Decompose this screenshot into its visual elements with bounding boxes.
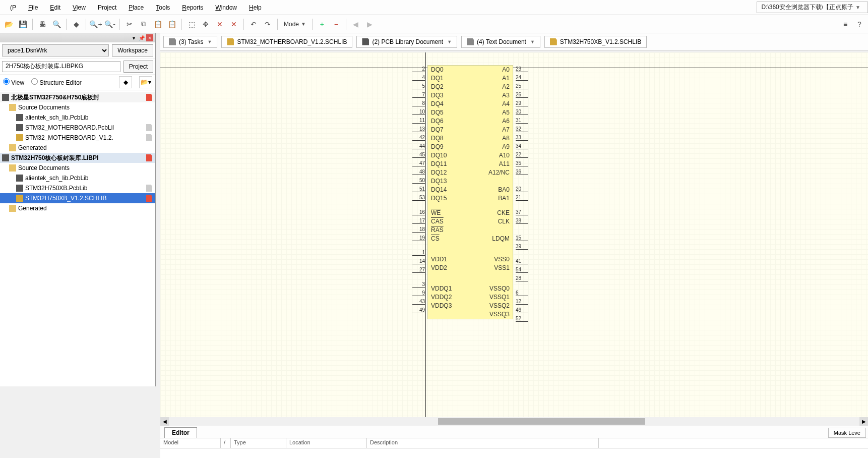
compile-icon[interactable]: ◆ [70,18,83,31]
add-icon[interactable]: + [316,18,329,31]
menu-bar: (P File Edit View Project Place Tools Re… [0,0,868,15]
clear-icon[interactable]: ✕ [227,18,240,31]
help-search-icon[interactable]: ? [853,18,866,31]
workspace-select[interactable]: pace1.DsnWrk [2,44,109,51]
menu-reports[interactable]: Reports [176,4,209,11]
menu-xp[interactable]: (P [4,4,22,11]
projects-panel: ▾ 📌 × pace1.DsnWrk Workspace Project Vie… [0,33,156,50]
menu-file[interactable]: File [22,4,44,11]
nav-fwd-icon[interactable]: ▶ [363,18,377,31]
document-tab[interactable]: STM32_MOTHERBOARD_V1.2.SCHLIB [221,36,352,48]
menu-edit[interactable]: Edit [44,4,67,11]
preview-icon[interactable]: 🔍 [50,18,63,31]
menu-project[interactable]: Project [92,4,122,11]
panel-toggle-icon[interactable]: ≡ [839,18,852,31]
remove-icon[interactable]: − [330,18,343,31]
sch-icon [227,38,234,45]
print-icon[interactable]: 🖶 [36,18,49,31]
document-tab[interactable]: STM32H750XB_V1.2.SCHLIB [544,36,647,48]
move-icon[interactable]: ✥ [199,18,212,31]
select-icon[interactable]: ⬚ [185,18,198,31]
menu-window[interactable]: Window [209,4,243,11]
tab-label: (3) Tasks [179,38,203,45]
sch-icon [550,38,557,45]
panel-pin-icon[interactable]: 📌 [138,34,145,41]
doc-icon [169,38,176,45]
pcb-icon [362,38,369,45]
panel-dropdown-icon[interactable]: ▾ [130,34,137,41]
menu-view[interactable]: View [67,4,92,11]
document-tab[interactable]: (3) Tasks▼ [163,36,217,48]
tab-label: (4) Text Document [477,38,526,45]
save-icon[interactable]: 💾 [16,18,29,31]
document-tab[interactable]: (4) Text Document▼ [461,36,540,48]
menu-help[interactable]: Help [243,4,268,11]
tab-label: STM32_MOTHERBOARD_V1.2.SCHLIB [237,38,347,45]
workspace-button[interactable]: Workspace [112,44,153,51]
copy-icon[interactable]: ⧉ [137,18,150,31]
open-icon[interactable]: 📂 [2,18,15,31]
menu-place[interactable]: Place [122,4,150,11]
nav-back-icon[interactable]: ◀ [349,18,362,31]
zoom-in-icon[interactable]: 🔍+ [89,18,102,31]
document-tab[interactable]: (2) PCB Library Document▼ [356,36,457,48]
panel-close-icon[interactable]: × [146,34,153,41]
mode-dropdown[interactable]: Mode ▼ [281,21,309,28]
paste-special-icon[interactable]: 📋 [165,18,178,31]
document-path[interactable]: D:\360安全浏览器下载\【正点原子▼ [757,2,868,13]
zoom-out-icon[interactable]: 🔍- [103,18,116,31]
cut-icon[interactable]: ✂ [123,18,136,31]
document-tabs: (3) Tasks▼STM32_MOTHERBOARD_V1.2.SCHLIB(… [160,33,868,50]
deselect-icon[interactable]: ✕ [213,18,226,31]
undo-icon[interactable]: ↶ [247,18,260,31]
panel-header: ▾ 📌 × [0,33,155,42]
paste-icon[interactable]: 📋 [151,18,164,31]
menu-tools[interactable]: Tools [150,4,176,11]
toolbar: 📂 💾 🖶 🔍 ◆ 🔍+ 🔍- ✂ ⧉ 📋 📋 ⬚ ✥ ✕ ✕ ↶ ↷ Mode… [0,15,868,33]
tab-label: (2) PCB Library Document [372,38,443,45]
redo-icon[interactable]: ↷ [261,18,274,31]
doc-icon [467,38,474,45]
tab-label: STM32H750XB_V1.2.SCHLIB [560,38,641,45]
